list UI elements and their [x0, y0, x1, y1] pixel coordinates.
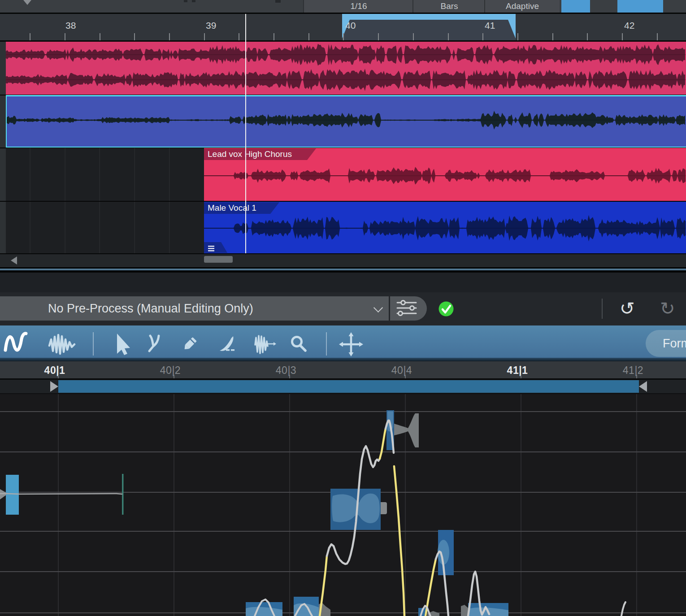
ruler-tick [517, 33, 518, 41]
grid-line [99, 202, 100, 253]
playback-range-bar[interactable] [58, 380, 639, 393]
grid-line [99, 148, 100, 201]
move-tool[interactable] [340, 325, 362, 358]
timebase-segment-label: Bars [440, 1, 458, 11]
formant-label: Form [663, 337, 686, 351]
range-end-handle[interactable] [639, 381, 647, 392]
ruler-tick [274, 33, 274, 41]
grid-pitch-line [0, 571, 686, 572]
clip-selection-border [6, 95, 7, 147]
quantize-segment[interactable]: 1/16 [303, 0, 413, 13]
horizontal-scrollbar-thumb[interactable] [204, 256, 233, 263]
clip-male-vocal-1[interactable]: Male Vocal 1 [204, 202, 686, 253]
ruler-tick [169, 33, 170, 41]
line-pencil-tool[interactable] [216, 325, 237, 358]
ruler-tick [134, 33, 135, 41]
pre-process-value: No Pre-Process (Manual Editing Only) [48, 302, 253, 316]
waveform [6, 42, 686, 95]
unvoiced-segment [381, 502, 387, 514]
editor-beat-ruler[interactable]: 40|140|240|340|441|141|2 [0, 361, 686, 378]
timebase-segment[interactable]: Bars [412, 0, 485, 13]
ruler-tick [65, 33, 65, 41]
clip-lead-vox-high-chorus[interactable]: Lead vox High Chorus [204, 148, 686, 201]
accent-button-1[interactable] [561, 0, 590, 13]
ruler-tick [100, 33, 100, 41]
transport-icon [184, 0, 187, 2]
note-waveform-tool[interactable] [51, 325, 72, 358]
ruler-tick [448, 33, 449, 41]
pitch-curve[interactable] [0, 494, 122, 494]
algorithm-segment-label: Adaptive [506, 1, 539, 11]
grid-line [134, 202, 135, 253]
ruler-tick [657, 33, 658, 41]
grid-line [65, 202, 65, 253]
grid-beat-line [174, 394, 174, 616]
bar-selection-strip[interactable] [342, 14, 516, 20]
chevron-down-icon [373, 303, 383, 312]
pencil-tool[interactable] [179, 325, 201, 358]
redo-icon[interactable]: ↻ [660, 299, 675, 317]
grid-beat-line [521, 394, 521, 616]
beat-tick [289, 375, 290, 378]
algorithm-segment[interactable]: Adaptive [484, 0, 560, 13]
playback-range-row [0, 380, 686, 393]
scrollbar-row [0, 254, 686, 267]
clip-name: Male Vocal 1 [208, 203, 256, 213]
beat-tick [174, 375, 174, 378]
grid-line [30, 148, 30, 201]
transport-icon [275, 0, 281, 3]
formant-button[interactable]: Form [646, 330, 686, 357]
transport-toolbar-partial: 1/16BarsAdaptive [0, 0, 686, 13]
ruler-tick [30, 33, 30, 41]
pitch-curve-tool[interactable] [5, 325, 27, 358]
grid-line [169, 202, 170, 253]
note-blob[interactable] [6, 475, 19, 515]
clip-selection-border [6, 147, 686, 148]
divider [602, 299, 603, 319]
arrange-timeline-ruler[interactable]: 3839404142 [0, 14, 686, 41]
grid-line [65, 148, 65, 201]
zoom-tool[interactable] [287, 325, 308, 358]
pre-process-settings-button[interactable] [390, 296, 427, 321]
ruler-tick [343, 33, 344, 41]
bar-number: 41 [485, 20, 495, 31]
grid-line [30, 202, 30, 253]
clip-selection-border [6, 95, 686, 96]
beat-label: 40|2 [154, 364, 187, 377]
grid-pitch-line [0, 411, 686, 412]
range-start-handle[interactable] [50, 381, 58, 392]
clip-name-banner: Lead vox High Chorus [204, 148, 316, 160]
grid-line [134, 148, 135, 201]
grid-pitch-line [0, 612, 686, 613]
note-blob[interactable] [246, 602, 282, 616]
arrange-grid [6, 148, 204, 201]
pitch-curve[interactable] [380, 429, 386, 459]
pre-process-dropdown[interactable]: No Pre-Process (Manual Editing Only) [0, 296, 389, 321]
ruler-tick [239, 33, 239, 41]
clip-name-banner: Male Vocal 1 [204, 202, 279, 214]
pitch-editor-canvas[interactable] [0, 394, 686, 616]
grid-beat-line [636, 394, 637, 616]
audio-clip[interactable] [6, 42, 686, 95]
undo-icon[interactable]: ↺ [620, 299, 635, 317]
panel-gap [0, 273, 686, 292]
melodyne-editor-window: 1/16BarsAdaptive 3839404142 Lead vox Hig… [0, 0, 686, 616]
bar-number: 39 [206, 20, 216, 31]
stretch-tool[interactable] [253, 325, 274, 358]
audio-clip[interactable] [6, 95, 686, 147]
scroll-left-arrow-icon[interactable] [11, 256, 17, 265]
bar-number: 40 [345, 20, 356, 31]
note-split-tool[interactable] [143, 325, 165, 358]
accent-button-2[interactable] [617, 0, 663, 13]
grid-beat-line [58, 394, 59, 616]
pointer-tool[interactable] [111, 325, 132, 358]
pitch-curve[interactable] [394, 466, 404, 616]
beat-tick [521, 375, 521, 378]
pitch-curve[interactable] [621, 602, 625, 616]
playhead-cursor[interactable] [245, 14, 246, 253]
beat-label: 41|2 [617, 364, 650, 377]
bar-number: 42 [624, 20, 634, 31]
beat-label: 40|4 [385, 364, 418, 377]
unvoiced-segment [394, 413, 419, 447]
beat-tick [58, 375, 59, 378]
